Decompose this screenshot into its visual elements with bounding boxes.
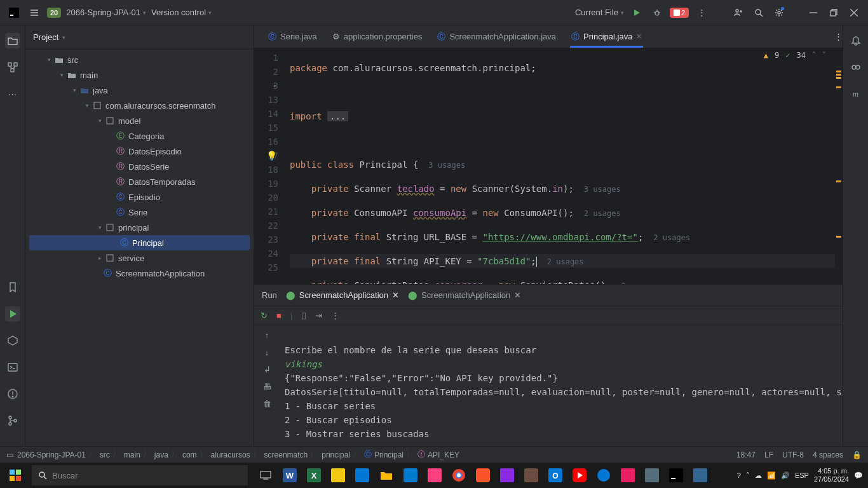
crumb[interactable]: ⓕ API_KEY [417,449,459,460]
app-icon[interactable] [496,463,519,488]
tree-folder-java[interactable]: ▾java [25,83,254,98]
crumb[interactable]: screenmatch〉 [264,449,318,460]
marks-stripe[interactable] [835,48,843,284]
inspection-widget[interactable]: ▲9 ✓34 ˄ ˅ [764,51,826,60]
code-with-me-icon[interactable] [731,5,746,20]
crumb[interactable]: java〉 [154,449,179,460]
run-config-dropdown[interactable]: Current File▾ [575,8,624,17]
app-icon[interactable] [423,463,446,488]
brave-icon[interactable] [471,463,494,488]
terminal-tool-icon[interactable] [5,360,20,375]
youtube-icon[interactable] [568,463,591,488]
nav-up-icon[interactable]: ˄ [812,51,816,60]
services-tool-icon[interactable] [5,333,20,348]
stop-button[interactable]: 2 [670,8,689,18]
project-dropdown[interactable]: 2066-Spring-JPA-01▾ [66,8,146,17]
tab-principal[interactable]: ⒸPrincipal.java✕ [564,25,649,48]
crumb[interactable]: 2066-Spring-JPA-01〉 [17,449,96,460]
tab-screenmatch-app[interactable]: ⒸScreenmatchApplication.java [430,25,564,48]
ai-assistant-icon[interactable] [848,60,864,75]
project-tree[interactable]: ▾src ▾main ▾java ▾com.aluracursos.screen… [25,50,254,446]
excel-icon[interactable]: X [302,463,325,488]
nav-icon[interactable]: ▭ [6,451,13,459]
project-header[interactable]: Project ▾ [25,25,254,50]
run-tab[interactable]: ⬤ScreenmatchApplication✕ [408,290,521,300]
run-tab[interactable]: ⬤ScreenmatchApplication✕ [286,290,399,300]
minimize-icon[interactable] [806,5,821,20]
search-everywhere-icon[interactable] [751,5,766,20]
encoding[interactable]: UTF-8 [782,451,804,459]
print-icon[interactable]: 🖶 [263,382,271,391]
tray-wifi-icon[interactable]: 📶 [767,471,776,480]
tree-class[interactable]: ⒸEpisodio [25,189,254,205]
app-icon[interactable] [641,463,663,488]
project-tool-icon[interactable] [5,33,20,48]
problems-tool-icon[interactable] [5,386,20,402]
cursor-position[interactable]: 18:47 [736,451,756,459]
tree-package-service[interactable]: ▸service [25,250,254,266]
nav-down-icon[interactable]: ˅ [822,51,826,60]
rerun-icon[interactable]: ↻ [261,311,268,320]
crumb[interactable]: principal〉 [322,449,360,460]
tree-class[interactable]: ⒺCategoria [25,128,254,144]
postgres-icon[interactable] [689,463,712,488]
main-menu-icon[interactable] [27,5,42,20]
line-ending[interactable]: LF [764,451,773,459]
close-tab-icon[interactable]: ✕ [636,32,642,41]
chrome-icon[interactable] [447,463,470,488]
tree-class[interactable]: ⒸSerie [25,205,254,220]
tree-class[interactable]: ⓇDatosSerie [25,159,254,174]
tray-cloud-icon[interactable]: ☁ [755,471,762,480]
edge-icon[interactable] [592,463,615,488]
code-content[interactable]: package com.aluracursos.screenmatch.prin… [290,48,835,284]
tab-application-properties[interactable]: ⚙application.properties [325,25,430,48]
more-tools-icon[interactable]: ⋯ [5,86,20,102]
debug-icon[interactable] [649,5,665,20]
task-view-icon[interactable] [254,463,277,488]
stop-icon[interactable]: ■ [276,311,281,320]
close-window-icon[interactable] [846,5,862,20]
tree-class[interactable]: ⓇDatosTemporadas [25,174,254,189]
notifications-icon[interactable] [848,33,864,48]
ide-logo-icon[interactable] [6,5,22,20]
trash-icon[interactable]: 🗑 [263,399,271,409]
taskbar-search[interactable]: Buscar [32,465,248,485]
tree-package-principal[interactable]: ▾principal [25,220,254,235]
crumb[interactable]: main〉 [124,449,151,460]
crumb[interactable]: Ⓒ Principal〉 [364,449,414,460]
outlook-icon[interactable]: O [544,463,567,488]
tray-volume-icon[interactable]: 🔊 [781,471,790,480]
scroll-down-icon[interactable]: ↓ [265,348,269,357]
fold-icon[interactable]: ▸ [273,79,277,93]
restore-icon[interactable] [826,5,841,20]
powerbi-icon[interactable] [327,463,349,488]
tree-package-model[interactable]: ▾model [25,113,254,128]
editor-more-icon[interactable]: ⋮ [834,32,843,41]
app-icon[interactable] [616,463,639,488]
bulb-icon[interactable]: 💡 [266,149,277,163]
bookmarks-tool-icon[interactable] [5,280,20,295]
screenshot-icon[interactable]: ⌷ [301,311,306,320]
console-output[interactable]: Escribe el nombre de la serie que deseas… [280,325,843,446]
settings-icon[interactable] [771,5,787,20]
tree-folder-src[interactable]: ▾src [25,52,254,67]
store-icon[interactable] [351,463,374,488]
vcs-dropdown[interactable]: Version control▾ [151,8,212,17]
scroll-up-icon[interactable]: ↑ [265,330,269,340]
crumb[interactable]: src〉 [100,449,120,460]
start-button[interactable] [0,463,31,488]
tray-chevron-icon[interactable]: ˄ [746,471,750,480]
run-tool-icon[interactable] [5,306,20,322]
tree-folder-main[interactable]: ▾main [25,67,254,83]
crumb[interactable]: com〉 [182,449,207,460]
word-icon[interactable]: W [278,463,301,488]
indent[interactable]: 4 spaces [813,451,843,459]
readonly-icon[interactable]: 🔒 [852,451,862,459]
exit-icon[interactable]: ⇥ [315,311,322,320]
tray-lang[interactable]: ESP [795,471,809,479]
explorer-icon[interactable] [375,463,398,488]
run-icon[interactable] [629,5,644,20]
intellij-icon[interactable] [665,463,688,488]
tray-clock[interactable]: 4:05 p. m. 27/05/2024 [814,467,849,484]
vscode-icon[interactable] [399,463,422,488]
